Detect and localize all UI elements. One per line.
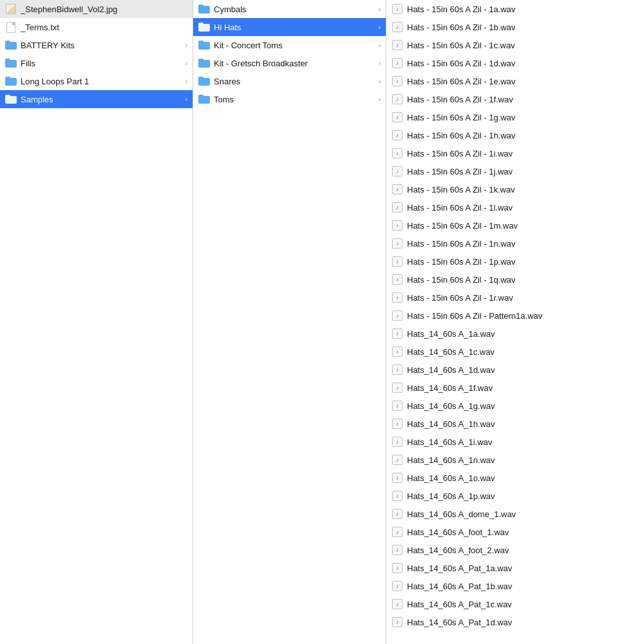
list-item[interactable]: Long Loops Part 1 › <box>0 72 193 90</box>
list-item[interactable]: Hats - 15in 60s A Zil - 1a.wav <box>386 0 644 18</box>
list-item[interactable]: Hats_14_60s A_1i.wav <box>386 433 644 451</box>
audio-icon <box>392 310 402 321</box>
audio-icon-wrapper <box>392 346 403 357</box>
list-item[interactable]: Hats_14_60s A_1g.wav <box>386 397 644 415</box>
item-label: _StephenBidwell_Vol2.jpg <box>21 5 187 14</box>
audio-icon <box>392 148 402 158</box>
audio-icon-wrapper <box>392 21 403 33</box>
folder-icon-wrapper <box>5 57 17 69</box>
list-item[interactable]: Hats_14_60s A_1a.wav <box>386 325 644 343</box>
list-item[interactable]: Fills › <box>0 54 193 72</box>
audio-icon <box>392 473 402 483</box>
item-label: Fills <box>21 59 185 68</box>
list-item[interactable]: Hi Hats › <box>193 18 386 36</box>
list-item[interactable]: Samples › <box>0 90 193 108</box>
list-item[interactable]: Hats_14_60s A_Pat_1a.wav <box>386 559 644 577</box>
audio-icon-wrapper <box>392 400 403 412</box>
chevron-icon: › <box>379 24 381 31</box>
list-item[interactable]: Hats - 15in 60s A Zil - 1b.wav <box>386 18 644 36</box>
list-item[interactable]: Hats - 15in 60s A Zil - 1k.wav <box>386 180 644 198</box>
audio-icon <box>392 491 402 501</box>
list-item[interactable]: _StephenBidwell_Vol2.jpg <box>0 0 193 18</box>
audio-icon-wrapper <box>392 3 403 15</box>
list-item[interactable]: Hats_14_60s A_1n.wav <box>386 451 644 469</box>
audio-icon <box>392 256 402 267</box>
folder-icon <box>5 77 17 86</box>
list-item[interactable]: Hats_14_60s A_Pat_1d.wav <box>386 613 644 631</box>
item-label: Hats_14_60s A_1d.wav <box>407 365 639 375</box>
audio-icon <box>392 563 402 573</box>
folder-icon-wrapper <box>198 75 210 87</box>
list-item[interactable]: Hats - 15in 60s A Zil - 1e.wav <box>386 72 644 90</box>
list-item[interactable]: Hats - 15in 60s A Zil - 1p.wav <box>386 252 644 270</box>
list-item[interactable]: Hats_14_60s A_dome_1.wav <box>386 505 644 523</box>
audio-icon <box>392 383 402 393</box>
list-item[interactable]: Kit - Gretsch Broadkaster › <box>193 54 386 72</box>
item-label: Snares <box>214 77 379 86</box>
list-item[interactable]: Hats - 15in 60s A Zil - 1q.wav <box>386 270 644 289</box>
item-label: Hats - 15in 60s A Zil - 1c.wav <box>407 41 639 50</box>
list-item[interactable]: Hats_14_60s A_1h.wav <box>386 415 644 433</box>
audio-icon-wrapper <box>392 147 403 159</box>
column-1: _StephenBidwell_Vol2.jpg _Terms.txt BATT… <box>0 0 193 644</box>
list-item[interactable]: Hats - 15in 60s A Zil - 1m.wav <box>386 216 644 234</box>
list-item[interactable]: Hats - 15in 60s A Zil - 1j.wav <box>386 162 644 180</box>
list-item[interactable]: Toms › <box>193 90 386 108</box>
list-item[interactable]: Snares › <box>193 72 386 90</box>
audio-icon-wrapper <box>392 526 403 538</box>
list-item[interactable]: Hats - 15in 60s A Zil - 1d.wav <box>386 54 644 72</box>
audio-icon-wrapper <box>392 616 403 628</box>
list-item[interactable]: Hats_14_60s A_1d.wav <box>386 361 644 379</box>
item-label: Hats_14_60s A_1n.wav <box>407 455 639 465</box>
text-icon-wrapper <box>5 21 17 33</box>
audio-icon-wrapper <box>392 238 403 249</box>
folder-icon <box>198 5 210 14</box>
audio-icon <box>392 292 402 303</box>
list-item[interactable]: Hats - 15in 60s A Zil - 1l.wav <box>386 198 644 216</box>
audio-icon <box>392 94 402 104</box>
list-item[interactable]: BATTERY Kits › <box>0 36 193 54</box>
audio-icon <box>392 509 402 519</box>
list-item[interactable]: Hats - 15in 60s A Zil - 1f.wav <box>386 90 644 108</box>
list-item[interactable]: Hats - 15in 60s A Zil - Pattern1a.wav <box>386 307 644 325</box>
list-item[interactable]: Hats_14_60s A_1p.wav <box>386 487 644 505</box>
item-label: Cymbals <box>214 5 379 14</box>
item-label: Hats - 15in 60s A Zil - 1b.wav <box>407 23 639 32</box>
list-item[interactable]: Hats_14_60s A_foot_2.wav <box>386 541 644 559</box>
item-label: Hats - 15in 60s A Zil - 1j.wav <box>407 167 639 176</box>
item-label: Hats - 15in 60s A Zil - 1f.wav <box>407 95 639 104</box>
folder-icon <box>5 41 17 50</box>
audio-icon <box>392 202 402 213</box>
audio-icon <box>392 346 402 357</box>
folder-icon <box>198 41 210 50</box>
item-label: Hats - 15in 60s A Zil - 1q.wav <box>407 275 639 285</box>
audio-icon-wrapper <box>392 418 403 430</box>
list-item[interactable]: Hats - 15in 60s A Zil - 1n.wav <box>386 234 644 252</box>
list-item[interactable]: Kit - Concert Toms › <box>193 36 386 54</box>
item-label: Hats_14_60s A_1o.wav <box>407 473 639 483</box>
item-label: Long Loops Part 1 <box>21 77 185 86</box>
audio-icon-wrapper <box>392 454 403 466</box>
audio-icon <box>392 58 402 68</box>
list-item[interactable]: Cymbals › <box>193 0 386 18</box>
list-item[interactable]: Hats_14_60s A_1o.wav <box>386 469 644 487</box>
chevron-icon: › <box>379 42 381 49</box>
item-label: Hats - 15in 60s A Zil - 1p.wav <box>407 257 639 267</box>
list-item[interactable]: _Terms.txt <box>0 18 193 36</box>
item-label: Hats_14_60s A_Pat_1a.wav <box>407 564 639 573</box>
list-item[interactable]: Hats_14_60s A_1f.wav <box>386 379 644 397</box>
item-label: Hats - 15in 60s A Zil - 1k.wav <box>407 185 639 194</box>
list-item[interactable]: Hats - 15in 60s A Zil - 1g.wav <box>386 108 644 126</box>
folder-icon-wrapper <box>198 3 210 15</box>
list-item[interactable]: Hats - 15in 60s A Zil - 1h.wav <box>386 126 644 144</box>
list-item[interactable]: Hats - 15in 60s A Zil - 1c.wav <box>386 36 644 54</box>
audio-icon-wrapper <box>392 364 403 375</box>
list-item[interactable]: Hats - 15in 60s A Zil - 1i.wav <box>386 144 644 162</box>
list-item[interactable]: Hats_14_60s A_Pat_1b.wav <box>386 577 644 595</box>
item-label: _Terms.txt <box>21 23 187 32</box>
list-item[interactable]: Hats_14_60s A_Pat_1c.wav <box>386 595 644 613</box>
list-item[interactable]: Hats_14_60s A_1c.wav <box>386 343 644 361</box>
list-item[interactable]: Hats - 15in 60s A Zil - 1r.wav <box>386 289 644 307</box>
list-item[interactable]: Hats_14_60s A_foot_1.wav <box>386 523 644 541</box>
item-label: Hats_14_60s A_Pat_1b.wav <box>407 582 639 591</box>
